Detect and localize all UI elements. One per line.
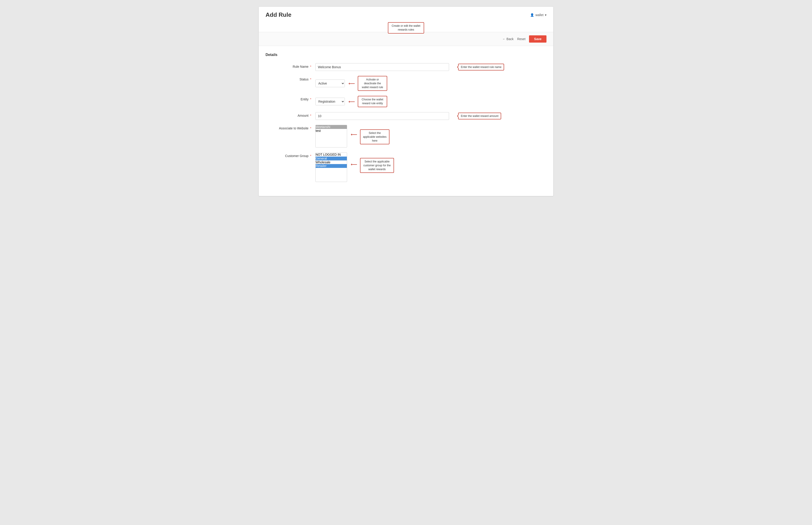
website-control: Meetanshi test ⟵ Select the applicable w… [315, 125, 389, 148]
arrow-left-icon: ← [502, 37, 506, 41]
status-tooltip: Activate or deactivate the wallet reward… [358, 76, 387, 91]
rule-name-label: Rule Name * [270, 63, 315, 69]
rule-name-control [315, 63, 449, 71]
status-control: Active Inactive ⟵ Activate or deactivate… [315, 76, 387, 91]
save-label: Save [534, 37, 541, 41]
amount-label: Amount * [270, 112, 315, 117]
amount-row: Amount * Enter the wallet reward amount [270, 112, 546, 120]
user-icon: 👤 [530, 13, 534, 17]
customer-group-control: NOT LOGGED IN General Wholesale Retailer… [315, 152, 394, 182]
required-star: * [310, 97, 311, 101]
rule-name-input[interactable] [315, 63, 449, 71]
entity-row: Entity * Registration Purchase Review ⟵ … [270, 96, 546, 107]
action-bar: ← Back Reset Save [259, 32, 553, 46]
customer-group-arrow: ⟵ [351, 162, 357, 167]
form-body: Rule Name * Enter the wallet reward rule… [266, 63, 546, 182]
rule-name-row: Rule Name * Enter the wallet reward rule… [270, 63, 546, 71]
amount-input[interactable] [315, 112, 449, 120]
customer-group-row: Customer Group * NOT LOGGED IN General W… [270, 152, 546, 182]
header-tooltip: Create or edit the wallet rewards rules [388, 22, 424, 33]
page-container: Add Rule Create or edit the wallet rewar… [259, 7, 553, 196]
customer-group-listbox[interactable]: NOT LOGGED IN General Wholesale Retailer [315, 152, 347, 182]
entity-label: Entity * [270, 96, 315, 101]
required-star: * [310, 65, 311, 69]
section-title: Details [266, 53, 546, 57]
reset-label: Reset [517, 37, 526, 41]
save-button[interactable]: Save [529, 35, 546, 43]
user-label: wallet [535, 13, 543, 17]
header-tooltip-text: Create or edit the wallet rewards rules [392, 24, 421, 31]
page-title: Add Rule [266, 11, 291, 18]
website-listbox[interactable]: Meetanshi test [315, 125, 347, 148]
amount-tooltip: Enter the wallet reward amount [458, 112, 501, 119]
back-label: Back [507, 37, 514, 41]
website-label: Associate to Website * [270, 125, 315, 130]
required-star: * [310, 126, 311, 130]
status-arrow: ⟵ [348, 81, 355, 86]
form-section: Details Rule Name * Enter the wallet rew… [259, 46, 553, 196]
entity-select[interactable]: Registration Purchase Review [315, 97, 345, 105]
customer-group-tooltip: Select the applicable customer group for… [360, 158, 394, 173]
required-star: * [310, 77, 311, 81]
required-star: * [310, 114, 311, 117]
website-arrow: ⟵ [351, 132, 357, 137]
user-area[interactable]: 👤 wallet ▾ [530, 13, 546, 17]
customer-group-label: Customer Group * [270, 152, 315, 158]
status-row: Status * Active Inactive ⟵ Activate or d… [270, 76, 546, 91]
required-star: * [310, 154, 311, 158]
reset-button[interactable]: Reset [517, 37, 526, 41]
rule-name-tooltip: Enter the wallet reward rule name [458, 64, 504, 71]
entity-control: Registration Purchase Review ⟵ Choose th… [315, 96, 387, 107]
back-button[interactable]: ← Back [502, 37, 514, 41]
chevron-down-icon: ▾ [545, 13, 546, 17]
page-header: Add Rule Create or edit the wallet rewar… [259, 7, 553, 20]
status-label: Status * [270, 76, 315, 81]
entity-arrow: ⟵ [348, 99, 355, 104]
amount-control [315, 112, 449, 120]
website-row: Associate to Website * Meetanshi test ⟵ … [270, 125, 546, 148]
status-select[interactable]: Active Inactive [315, 79, 345, 87]
website-tooltip: Select the applicable websites here [360, 130, 389, 144]
entity-tooltip: Choose the wallet reward rule entity [358, 96, 387, 107]
